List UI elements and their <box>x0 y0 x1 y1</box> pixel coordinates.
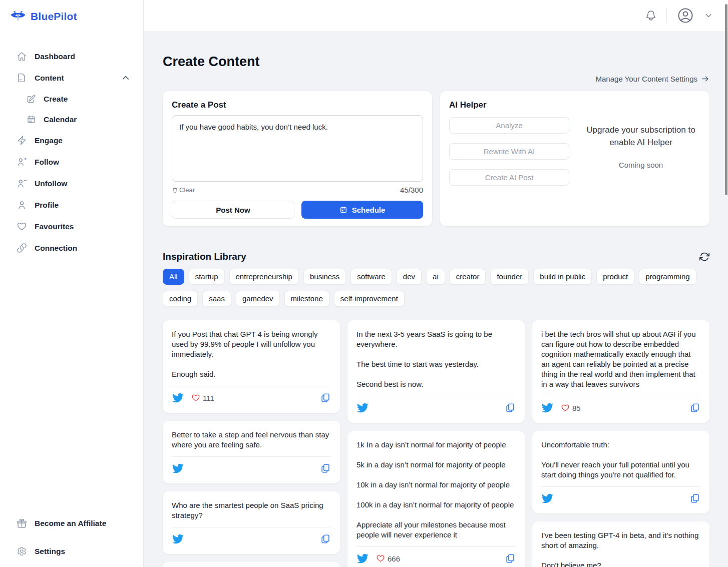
likes: 85 <box>561 403 581 412</box>
brand-name: BluePilot <box>31 11 77 23</box>
bolt-icon <box>17 135 27 146</box>
tweet-card: i bet the tech bros will shut up about A… <box>532 320 709 423</box>
sidebar-item-label: Create <box>44 95 68 104</box>
coming-soon-text: Coming soon <box>581 161 700 169</box>
twitter-icon[interactable] <box>172 462 184 474</box>
heart-icon <box>376 554 385 563</box>
filter-chips: All startup entrepreneurship business so… <box>163 269 709 307</box>
sidebar-item-affiliate[interactable]: Become an Affiliate <box>0 512 143 534</box>
copy-icon[interactable] <box>505 402 516 413</box>
pencil-square-icon <box>27 94 36 104</box>
filter-chip-software[interactable]: software <box>350 269 392 285</box>
post-textarea[interactable]: If you have good habits, you don’t need … <box>172 115 423 182</box>
clear-label: Clear <box>179 186 195 194</box>
chevron-down-icon[interactable] <box>704 11 713 20</box>
calendar-icon <box>339 206 347 214</box>
tweet-text: Better to take a step and feel nervous t… <box>172 430 331 450</box>
sidebar-item-label: Calendar <box>44 115 77 124</box>
filter-chip-gamedev[interactable]: gamedev <box>236 291 280 307</box>
sidebar-item-label: Profile <box>35 201 59 210</box>
filter-chip-product[interactable]: product <box>596 269 634 285</box>
sidebar-nav: Dashboard Content Create Calendar <box>0 46 143 259</box>
create-post-card: Create a Post If you have good habits, y… <box>163 91 432 226</box>
calendar-icon <box>27 115 36 124</box>
sidebar-item-calendar[interactable]: Calendar <box>0 109 143 130</box>
schedule-label: Schedule <box>352 206 386 214</box>
twitter-icon[interactable] <box>356 552 369 564</box>
tweet-card: Who are the smartest people on SaaS pric… <box>163 491 340 554</box>
filter-chip-coding[interactable]: coding <box>163 291 198 307</box>
upgrade-subscription-text: Upgrade your subscription to enable AI H… <box>581 124 700 149</box>
heart-icon <box>561 403 570 412</box>
char-count: 45/300 <box>400 186 423 194</box>
filter-chip-milestone[interactable]: milestone <box>284 291 329 307</box>
tweet-text: 1k In a day isn’t normal for majority of… <box>356 440 516 540</box>
twitter-icon[interactable] <box>172 392 184 404</box>
user-circle-icon[interactable] <box>676 7 694 25</box>
filter-chip-business[interactable]: business <box>303 269 346 285</box>
filter-chip-programming[interactable]: programming <box>639 269 696 285</box>
tweet-card: In the next 3-5 years SaaS is going to b… <box>347 320 525 423</box>
copy-icon[interactable] <box>320 392 331 403</box>
clear-button[interactable]: Clear <box>172 186 195 194</box>
ai-helper-card: AI Helper Analyze Rewrite With AI Create… <box>440 91 709 226</box>
like-count: 85 <box>572 404 581 412</box>
manage-content-settings-link[interactable]: Manage Your Content Settings <box>163 75 709 83</box>
tweet-card: 1k In a day isn’t normal for majority of… <box>347 431 525 567</box>
sidebar-item-unfollow[interactable]: Unfollow <box>0 173 143 194</box>
refresh-icon[interactable] <box>699 252 709 262</box>
schedule-button[interactable]: Schedule <box>301 201 423 219</box>
rewrite-label: Rewrite With AI <box>484 147 535 156</box>
twitter-icon[interactable] <box>541 492 553 504</box>
twitter-icon[interactable] <box>541 402 553 414</box>
sidebar-item-create[interactable]: Create <box>0 89 143 109</box>
sidebar-item-connection[interactable]: Connection <box>0 237 143 259</box>
sidebar-item-dashboard[interactable]: Dashboard <box>0 46 143 67</box>
twitter-icon[interactable] <box>172 533 184 545</box>
filter-chip-entrepreneurship[interactable]: entrepreneurship <box>229 269 299 285</box>
scrollbar-thumb[interactable] <box>725 4 727 195</box>
filter-chip-build-in-public[interactable]: build in public <box>533 269 592 285</box>
sidebar-item-label: Connection <box>35 244 77 253</box>
rewrite-with-ai-button[interactable]: Rewrite With AI <box>449 143 569 160</box>
ai-helper-title: AI Helper <box>449 100 700 110</box>
sidebar-item-label: Engage <box>35 136 63 145</box>
heart-icon <box>191 393 200 402</box>
filter-chip-saas[interactable]: saas <box>202 291 231 307</box>
home-icon <box>17 51 27 62</box>
sidebar-item-engage[interactable]: Engage <box>0 130 143 151</box>
filter-chip-dev[interactable]: dev <box>397 269 422 285</box>
filter-chip-ai[interactable]: ai <box>426 269 445 285</box>
likes: 666 <box>376 554 400 563</box>
tweet-text: Uncomfortable truth: You'll never reach … <box>541 440 700 480</box>
chevron-up-icon[interactable] <box>121 74 130 83</box>
filter-chip-startup[interactable]: startup <box>189 269 225 285</box>
twitter-icon[interactable] <box>356 402 369 414</box>
tweet-card: Better to take a step and feel nervous t… <box>163 421 340 483</box>
filter-chip-founder[interactable]: founder <box>490 269 529 285</box>
post-now-button[interactable]: Post Now <box>172 201 294 219</box>
create-ai-post-button[interactable]: Create AI Post <box>449 169 569 186</box>
filter-chip-creator[interactable]: creator <box>450 269 486 285</box>
filter-chip-self-improvement[interactable]: self-improvement <box>334 291 405 307</box>
copy-icon[interactable] <box>689 402 700 413</box>
arrow-right-icon <box>701 75 709 83</box>
copy-icon[interactable] <box>689 493 700 504</box>
bell-icon[interactable] <box>645 10 657 22</box>
user-plus-icon <box>17 157 27 167</box>
sidebar-item-settings[interactable]: Settings <box>0 540 143 562</box>
copy-icon[interactable] <box>320 533 331 544</box>
inspiration-library-title: Inspiration Library <box>163 251 246 262</box>
brand-logo[interactable]: BluePilot <box>0 0 143 25</box>
analyze-button[interactable]: Analyze <box>449 117 569 134</box>
sidebar-item-follow[interactable]: Follow <box>0 151 143 173</box>
copy-icon[interactable] <box>505 553 516 564</box>
sidebar-item-profile[interactable]: Profile <box>0 194 143 216</box>
like-count: 666 <box>388 554 400 563</box>
manage-link-label: Manage Your Content Settings <box>596 75 697 83</box>
sidebar-item-content[interactable]: Content <box>0 67 143 89</box>
sidebar-item-favourites[interactable]: Favourites <box>0 216 143 237</box>
filter-chip-all[interactable]: All <box>163 269 184 285</box>
tweet-text: i bet the tech bros will shut up about A… <box>541 329 700 389</box>
copy-icon[interactable] <box>320 463 331 474</box>
